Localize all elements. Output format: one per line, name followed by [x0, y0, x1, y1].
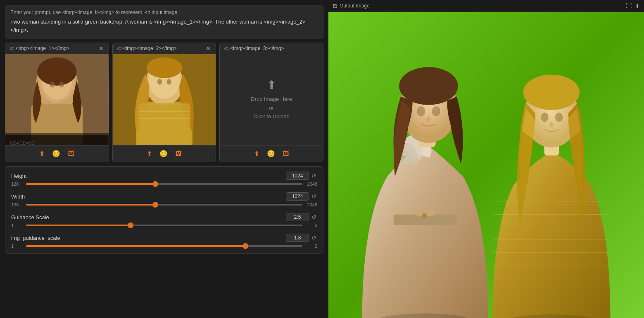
height-label: Height — [11, 173, 27, 179]
svg-point-26 — [426, 116, 430, 122]
card2-face-icon[interactable]: 😊 — [159, 150, 168, 158]
height-reset-button[interactable]: ↺ — [311, 172, 317, 179]
svg-point-28 — [422, 213, 427, 218]
prompt-text[interactable]: Two woman standing in a solid green back… — [10, 18, 318, 34]
height-min: 128 — [11, 182, 23, 186]
svg-point-39 — [555, 112, 563, 122]
image-card-2-header: 🏷 <img><image_2></img> ✕ — [113, 43, 216, 54]
card1-face-icon[interactable]: 😊 — [52, 150, 60, 158]
image-card-3-header: 🏷 <img><image_3></img> — [220, 43, 323, 54]
card2-tag-icon: 🏷 — [117, 46, 121, 51]
svg-point-16 — [166, 79, 171, 85]
card1-close-button[interactable]: ✕ — [98, 45, 105, 51]
drop-zone[interactable]: ⬆ Drop Image Here - or - Click to Upload — [220, 54, 323, 145]
svg-point-6 — [50, 82, 55, 88]
img-guidance-slider-row: img_guidance_scale ↺ 1 2 — [11, 234, 317, 249]
img-guidance-slider[interactable] — [26, 245, 302, 247]
width-label-row: Width ↺ — [11, 192, 317, 201]
card3-drop-zone[interactable]: ⬆ Drop Image Here - or - Click to Upload — [220, 54, 323, 145]
svg-point-15 — [157, 79, 162, 85]
svg-point-40 — [549, 122, 554, 128]
guidance-track-row: 1 5 — [11, 223, 317, 228]
img-guidance-value-input[interactable] — [286, 234, 309, 242]
height-slider[interactable] — [26, 183, 302, 185]
card1-tag-icon: 🏷 — [10, 46, 14, 51]
height-label-row: Height ↺ — [11, 172, 317, 180]
card2-upload-icon[interactable]: ⬆ — [147, 150, 152, 158]
image-card-3[interactable]: 🏷 <img><image_3></img> ⬆ Drop Image Here… — [219, 43, 323, 162]
image-card-1: 🏷 <img><image_1></img> ✕ — [5, 43, 109, 162]
svg-point-24 — [417, 106, 425, 116]
card1-upload-icon[interactable]: ⬆ — [39, 150, 45, 158]
prompt-hint: Enter your prompt, use <img><image_i></i… — [10, 10, 318, 15]
svg-point-7 — [59, 82, 64, 88]
card3-label: <img><image_3></img> — [230, 45, 319, 51]
guidance-max: 5 — [306, 223, 317, 228]
output-label-icon: 🖼 — [333, 3, 337, 8]
sliders-section: Height ↺ 128 2048 Width ↺ — [5, 166, 323, 254]
width-value-input[interactable] — [286, 192, 309, 201]
card2-close-button[interactable]: ✕ — [205, 45, 211, 51]
drop-separator: - or - — [266, 105, 277, 111]
width-track-row: 128 2048 — [11, 202, 317, 207]
svg-point-5 — [37, 57, 76, 86]
svg-point-37 — [523, 74, 580, 110]
width-label: Width — [11, 194, 25, 200]
card2-label: <img><image_2></img> — [123, 45, 205, 51]
guidance-value-input[interactable] — [286, 213, 309, 221]
output-label-text: Output Image — [340, 3, 370, 9]
card3-upload-icon[interactable]: ⬆ — [254, 150, 259, 158]
img-guidance-input-group: ↺ — [286, 234, 317, 242]
img-guidance-label-row: img_guidance_scale ↺ — [11, 234, 317, 242]
card3-face-icon[interactable]: 😊 — [267, 150, 275, 158]
image-card-1-header: 🏷 <img><image_1></img> ✕ — [5, 43, 109, 54]
svg-point-25 — [432, 106, 440, 116]
prompt-box: Enter your prompt, use <img><image_i></i… — [5, 5, 323, 38]
width-max: 2048 — [306, 202, 317, 207]
image-cards-row: 🏷 <img><image_1></img> ✕ — [5, 43, 323, 162]
img-guidance-min: 1 — [11, 244, 23, 249]
height-value-input[interactable] — [286, 172, 309, 180]
guidance-slider-row: Guidance Scale ↺ 1 5 — [11, 213, 317, 228]
height-max: 2048 — [306, 182, 317, 186]
card2-image — [113, 54, 216, 145]
output-image-container — [328, 12, 644, 318]
download-button[interactable]: ⬇ — [635, 2, 640, 9]
guidance-slider[interactable] — [26, 225, 302, 226]
img-guidance-reset-button[interactable]: ↺ — [311, 234, 317, 241]
card1-convert-icon[interactable]: 🖼 — [68, 150, 74, 158]
card3-tag-icon: 🏷 — [224, 46, 228, 51]
image-card-2: 🏷 <img><image_2></img> ✕ — [112, 43, 216, 162]
card1-label: <img><image_1></img> — [16, 45, 98, 51]
card3-footer: ⬆ 😊 🖼 — [220, 145, 323, 162]
svg-point-38 — [541, 112, 548, 122]
width-reset-button[interactable]: ↺ — [311, 193, 317, 200]
left-panel: Enter your prompt, use <img><image_i></i… — [0, 0, 328, 318]
card2-convert-icon[interactable]: 🖼 — [175, 150, 182, 158]
card2-preview — [113, 54, 216, 145]
generated-image — [328, 12, 644, 318]
img-guidance-label: img_guidance_scale — [11, 235, 60, 241]
img-guidance-max: 2 — [306, 244, 317, 249]
guidance-label: Guidance Scale — [11, 214, 49, 220]
card1-image: ISSACBAND — [5, 54, 109, 145]
width-slider-row: Width ↺ 128 2048 — [11, 192, 317, 207]
height-slider-row: Height ↺ 128 2048 — [11, 172, 317, 186]
right-panel: 🖼 Output Image ⛶ ⬇ — [328, 0, 644, 318]
width-slider[interactable] — [26, 204, 302, 206]
img-guidance-track-row: 1 2 — [11, 244, 317, 249]
drop-line2: Click to Upload — [253, 113, 289, 120]
guidance-reset-button[interactable]: ↺ — [311, 214, 317, 220]
drop-text: Drop Image Here - or - Click to Upload — [251, 95, 292, 121]
card1-footer: ⬆ 😊 🖼 — [5, 145, 109, 162]
width-min: 128 — [11, 202, 23, 207]
output-label: 🖼 Output Image — [333, 3, 370, 9]
drop-upload-icon: ⬆ — [267, 78, 276, 92]
svg-rect-17 — [138, 103, 190, 145]
height-track-row: 128 2048 — [11, 182, 317, 186]
card2-footer: ⬆ 😊 🖼 — [113, 145, 216, 162]
output-header: 🖼 Output Image ⛶ ⬇ — [328, 0, 644, 12]
card3-convert-icon[interactable]: 🖼 — [283, 150, 289, 158]
guidance-min: 1 — [11, 223, 23, 228]
expand-button[interactable]: ⛶ — [626, 2, 632, 9]
